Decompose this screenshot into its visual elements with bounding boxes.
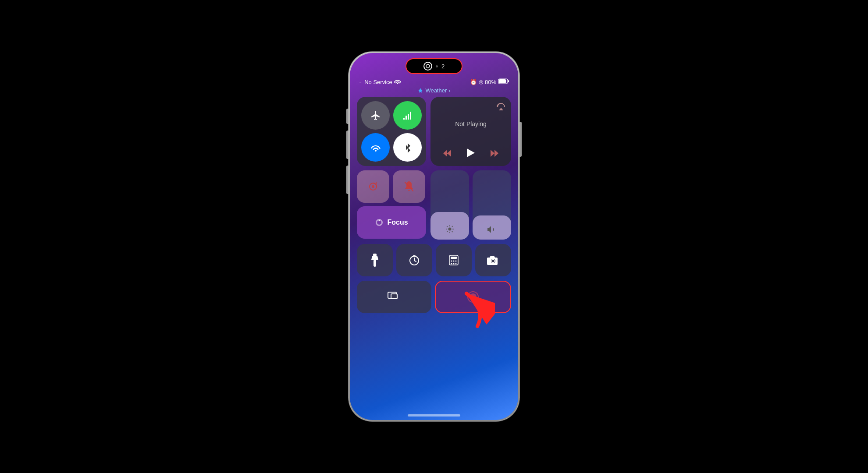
di-record-indicator — [423, 62, 432, 71]
cellular-button[interactable] — [393, 101, 422, 130]
control-center: Not Playing — [357, 97, 511, 318]
svg-line-13 — [447, 226, 448, 227]
focus-label: Focus — [387, 219, 408, 226]
svg-rect-18 — [374, 260, 376, 267]
media-tile: Not Playing — [430, 97, 511, 166]
airplay-icon[interactable] — [496, 102, 506, 113]
forward-button[interactable] — [489, 149, 499, 160]
status-left: ··· No Service — [359, 78, 401, 85]
middle-section: Focus — [357, 170, 511, 240]
small-quick-buttons — [357, 170, 426, 203]
svg-point-8 — [448, 228, 452, 231]
di-number: 2 — [441, 63, 445, 70]
svg-rect-22 — [451, 257, 457, 259]
timer-button[interactable] — [396, 244, 432, 276]
svg-point-25 — [455, 261, 457, 262]
not-playing-label: Not Playing — [436, 102, 506, 146]
svg-point-27 — [453, 263, 455, 265]
mute-switch[interactable] — [346, 109, 349, 124]
svg-point-7 — [379, 220, 380, 221]
connectivity-tile — [357, 97, 426, 166]
alarm-icon: ⏰ — [470, 79, 477, 85]
svg-line-14 — [452, 231, 453, 233]
sliders-column — [430, 170, 511, 240]
wifi-status-icon — [394, 78, 401, 85]
battery-percent: 80% — [485, 79, 496, 85]
flashlight-button[interactable] — [357, 244, 393, 276]
volume-slider[interactable] — [473, 170, 511, 240]
power-button[interactable] — [519, 122, 522, 157]
top-row: Not Playing — [357, 97, 511, 166]
battery-icon — [498, 78, 509, 85]
volume-down-button[interactable] — [346, 166, 349, 194]
home-indicator — [408, 414, 460, 417]
svg-point-23 — [451, 261, 452, 262]
svg-point-26 — [451, 263, 452, 265]
calculator-button[interactable] — [436, 244, 472, 276]
play-button[interactable] — [466, 148, 476, 161]
status-bar: ··· No Service ⏰ ◎ 80% — [350, 78, 518, 85]
screen-record-button[interactable] — [435, 281, 511, 313]
icon-row — [357, 244, 511, 276]
svg-point-24 — [453, 261, 455, 262]
brightness-icon — [446, 225, 454, 235]
left-middle: Focus — [357, 170, 426, 240]
wifi-button[interactable] — [361, 133, 390, 162]
svg-point-28 — [455, 263, 457, 265]
weather-label: Weather — [425, 87, 447, 94]
carrier-label: No Service — [364, 79, 392, 85]
di-dot — [436, 65, 438, 67]
rewind-button[interactable] — [442, 149, 453, 160]
media-controls — [436, 146, 506, 161]
location-icon: ◎ — [479, 79, 483, 85]
svg-rect-17 — [373, 254, 377, 256]
volume-up-button[interactable] — [346, 131, 349, 159]
screen-mirror-button[interactable] — [357, 281, 431, 313]
record-row — [357, 281, 511, 313]
airplane-mode-button[interactable] — [361, 101, 390, 130]
camera-button[interactable] — [475, 244, 511, 276]
svg-rect-3 — [508, 80, 509, 82]
svg-point-5 — [372, 185, 374, 188]
orientation-lock-button[interactable] — [357, 170, 389, 203]
phone-frame: 2 ··· No Service ⏰ ◎ 80% — [349, 52, 519, 421]
signal-dots: ··· — [359, 79, 363, 85]
svg-point-34 — [470, 293, 477, 300]
svg-rect-32 — [391, 294, 397, 299]
phone-screen: 2 ··· No Service ⏰ ◎ 80% — [350, 53, 518, 420]
volume-icon — [487, 226, 496, 235]
svg-rect-20 — [413, 255, 416, 257]
focus-button[interactable]: Focus — [357, 206, 426, 239]
bluetooth-button[interactable] — [393, 133, 422, 162]
weather-arrow: › — [448, 87, 450, 94]
weather-bar[interactable]: Weather › — [350, 87, 518, 94]
svg-line-15 — [452, 226, 453, 227]
svg-line-16 — [447, 231, 448, 233]
dynamic-island: 2 — [406, 58, 462, 74]
silent-mode-button[interactable] — [393, 170, 425, 203]
status-right: ⏰ ◎ 80% — [470, 78, 509, 85]
svg-rect-2 — [499, 79, 506, 83]
svg-point-0 — [426, 64, 430, 68]
brightness-slider[interactable] — [430, 170, 469, 240]
